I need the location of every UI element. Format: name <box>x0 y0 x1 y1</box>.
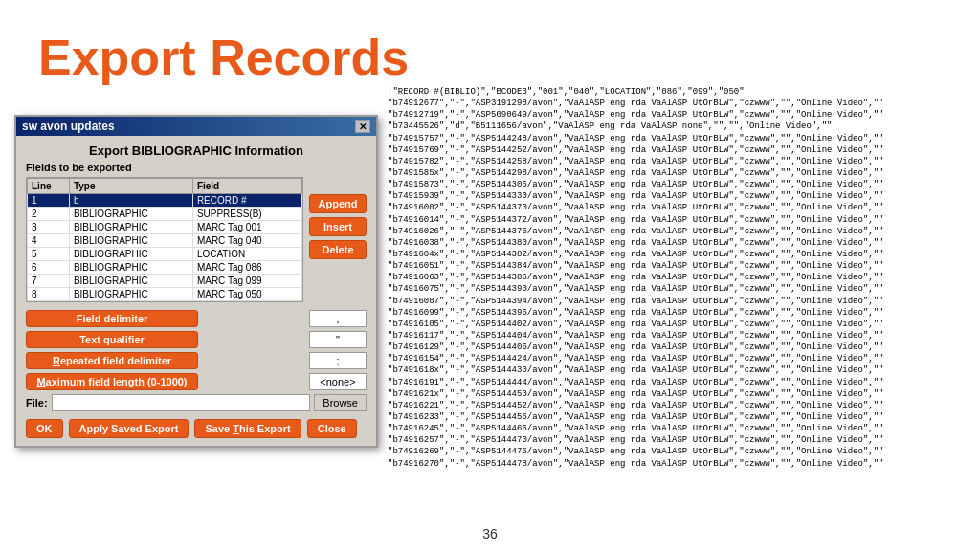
action-buttons: Append Insert Delete <box>309 177 367 302</box>
data-line: "b74916026","-","ASP5144376/avon","VaAlA… <box>388 226 970 237</box>
data-line: "b74916154","-","ASP5144424/avon","VaAlA… <box>388 353 970 364</box>
table-row[interactable]: 5BIBLIOGRAPHICLOCATION <box>28 248 302 261</box>
data-line: "b74916191","-","ASP5144444/avon","VaAlA… <box>388 377 970 388</box>
table-row[interactable]: 7BIBLIOGRAPHICMARC Tag 099 <box>28 275 302 288</box>
data-line: "b74916087","-","ASP5144394/avon","VaAlA… <box>388 296 970 307</box>
data-line: "b74915873","-","ASP5144306/avon","VaAlA… <box>388 179 970 190</box>
data-line: "b74916105","-","ASP5144402/avon","VaAlA… <box>388 319 970 330</box>
text-qualifier-value: " <box>309 331 367 348</box>
append-button[interactable]: Append <box>309 194 367 213</box>
fields-label: Fields to be exported <box>26 162 367 173</box>
field-delimiter-value: , <box>309 310 367 327</box>
repeated-field-delimiter-button[interactable]: Repeated field delimiter <box>26 352 198 369</box>
browse-button[interactable]: Browse <box>314 394 367 411</box>
export-dialog: sw avon updates ✕ Export BIBLIOGRAPHIC I… <box>14 115 378 448</box>
data-line: "b74916270","-","ASP5144478/avon","VaAlA… <box>388 458 970 470</box>
data-line: "b74916221","-","ASP5144452/avon","VaAlA… <box>388 400 970 411</box>
data-line: "b74916038","-","ASP5144380/avon","VaAlA… <box>388 237 970 249</box>
data-line: "b74916099","-","ASP5144396/avon","VaAlA… <box>388 307 970 319</box>
data-line: "b74916257","-","ASP5144470/avon","VaAlA… <box>388 434 970 446</box>
page-number: 36 <box>482 526 498 541</box>
col-header-line: Line <box>28 179 70 194</box>
data-line: "b74916051","-","ASP5144384/avon","VaAlA… <box>388 260 970 272</box>
page-title: Export Records <box>38 29 409 86</box>
repeated-field-delimiter-value: ; <box>309 352 367 369</box>
data-line: "b7491618x","-","ASP5144430/avon","VaAlA… <box>388 364 970 376</box>
data-line: "b74915939","-","ASP5144330/avon","VaAlA… <box>388 190 970 202</box>
table-row[interactable]: 3BIBLIOGRAPHICMARC Tag 001 <box>28 221 302 234</box>
field-delimiter-row: Field delimiter , <box>26 310 367 327</box>
file-row: File: Browse <box>26 394 367 411</box>
data-line: "b7491604x","-","ASP5144382/avon","VaAlA… <box>388 249 970 260</box>
dialog-title-label: sw avon updates <box>22 120 115 133</box>
table-row[interactable]: 2BIBLIOGRAPHICSUPPRESS(B) <box>28 208 302 221</box>
file-input[interactable] <box>52 394 311 411</box>
file-label: File: <box>26 397 48 408</box>
data-line: "b74916063","-","ASP5144386/avon","VaAlA… <box>388 272 970 283</box>
data-line: "b74916129","-","ASP5144406/avon","VaAlA… <box>388 342 970 353</box>
data-line: "b74912677","-","ASP3191298/avon","VaAlA… <box>388 98 970 109</box>
fields-table-container: Line Type Field 1bRECORD #2BIBLIOGRAPHIC… <box>26 177 303 302</box>
delete-button[interactable]: Delete <box>309 240 367 259</box>
close-button[interactable]: Close <box>307 419 357 438</box>
data-line: |"RECORD #(BIBLIO)","BCODE3","001","040"… <box>388 86 970 98</box>
max-field-length-row: Maximum field length (0-1000) <none> <box>26 373 367 390</box>
save-this-export-button[interactable]: Save This Export <box>194 419 301 438</box>
data-line: "b73445526","d","B5111656/avon","VaAlASP… <box>388 121 970 132</box>
ok-button[interactable]: OK <box>26 419 63 438</box>
bottom-buttons: OK Apply Saved Export Save This Export C… <box>26 419 367 438</box>
data-line: "b74912719","-","ASP5090649/avon","VaAlA… <box>388 109 970 121</box>
data-line: "b74915782","-","ASP5144258/avon","VaAlA… <box>388 156 970 167</box>
dialog-titlebar: sw avon updates ✕ <box>16 117 376 136</box>
table-row[interactable]: 1bRECORD # <box>28 194 302 208</box>
repeated-field-delimiter-row: Repeated field delimiter ; <box>26 352 367 369</box>
max-field-length-button[interactable]: Maximum field length (0-1000) <box>26 373 198 390</box>
data-line: "b74916075","-","ASP5144390/avon","VaAlA… <box>388 283 970 295</box>
options-section: Field delimiter , Text qualifier " Repea… <box>26 310 367 390</box>
insert-button[interactable]: Insert <box>309 217 367 236</box>
export-dialog-title: Export BIBLIOGRAPHIC Information <box>26 143 367 158</box>
data-line: "b74915757","-","ASP5144248/avon","VaAlA… <box>388 133 970 144</box>
table-row[interactable]: 6BIBLIOGRAPHICMARC Tag 086 <box>28 261 302 275</box>
data-line: "b74916014","-","ASP5144372/avon","VaAlA… <box>388 214 970 226</box>
table-row[interactable]: 8BIBLIOGRAPHICMARC Tag 050 <box>28 288 302 301</box>
max-field-length-value: <none> <box>309 373 367 390</box>
text-qualifier-button[interactable]: Text qualifier <box>26 331 198 348</box>
data-line: "b74916245","-","ASP5144466/avon","VaAlA… <box>388 423 970 434</box>
data-line: "b7491585x","-","ASP5144298/avon","VaAlA… <box>388 167 970 179</box>
text-qualifier-row: Text qualifier " <box>26 331 367 348</box>
data-output: |"RECORD #(BIBLIO)","BCODE3","001","040"… <box>388 86 970 513</box>
fields-table: Line Type Field 1bRECORD #2BIBLIOGRAPHIC… <box>27 178 302 301</box>
data-line: "b74916117","-","ASP5144404/avon","VaAlA… <box>388 330 970 342</box>
col-header-type: Type <box>69 179 192 194</box>
dialog-close-button[interactable]: ✕ <box>355 120 370 133</box>
col-header-field: Field <box>192 179 301 194</box>
data-line: "b74915769","-","ASP5144252/avon","VaAlA… <box>388 144 970 156</box>
field-delimiter-button[interactable]: Field delimiter <box>26 310 198 327</box>
data-line: "b74916233","-","ASP5144456/avon","VaAlA… <box>388 411 970 423</box>
table-row[interactable]: 4BIBLIOGRAPHICMARC Tag 040 <box>28 234 302 248</box>
data-line: "b74916002","-","ASP5144370/avon","VaAlA… <box>388 202 970 213</box>
data-line: "b74916269","-","ASP5144476/avon","VaAlA… <box>388 446 970 457</box>
apply-saved-export-button[interactable]: Apply Saved Export <box>69 419 189 438</box>
data-line: "b7491621x","-","ASP5144450/avon","VaAlA… <box>388 388 970 400</box>
